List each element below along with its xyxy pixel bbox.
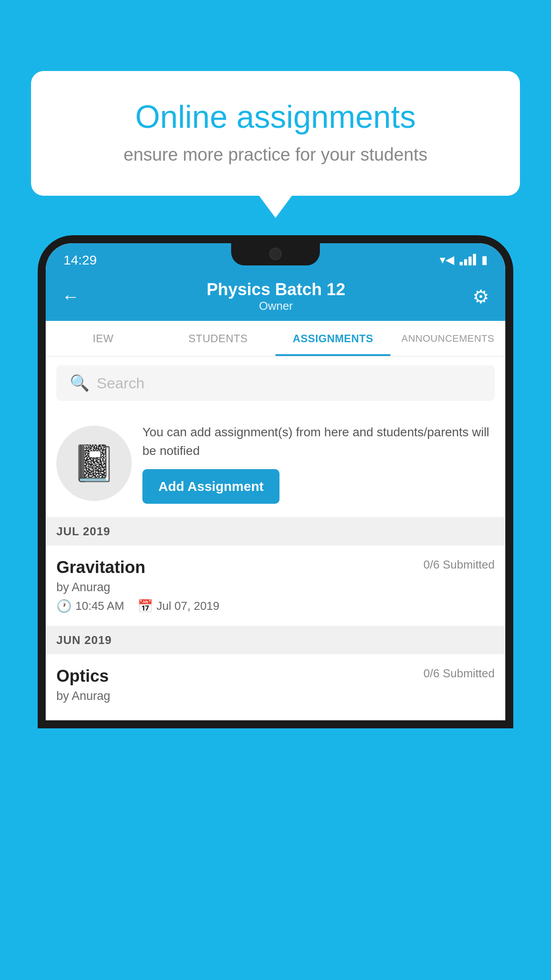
assignment-submitted-optics: 0/6 Submitted	[424, 667, 495, 680]
header-title: Physics Batch 12	[207, 280, 346, 299]
header-center: Physics Batch 12 Owner	[207, 280, 346, 313]
status-time: 14:29	[63, 253, 97, 268]
promo-bubble: Online assignments ensure more practice …	[31, 71, 520, 196]
assignment-time: 🕐 10:45 AM	[56, 599, 124, 613]
phone-screen: 14:29 ▾◀ ▮ ← Physics Batch 12	[46, 243, 505, 720]
settings-icon[interactable]: ⚙	[472, 286, 489, 308]
assignment-submitted: 0/6 Submitted	[424, 558, 495, 572]
header-subtitle: Owner	[207, 299, 346, 313]
phone-device: 14:29 ▾◀ ▮ ← Physics Batch 12	[38, 235, 513, 980]
clock-icon: 🕐	[56, 599, 72, 613]
assignment-name-optics: Optics	[56, 667, 109, 686]
tab-assignments[interactable]: ASSIGNMENTS	[276, 321, 390, 356]
search-placeholder: Search	[97, 375, 145, 392]
section-header-jun: JUN 2019	[46, 626, 505, 654]
bubble-title: Online assignments	[62, 98, 489, 136]
tab-announcements[interactable]: ANNOUNCEMENTS	[390, 321, 505, 356]
search-container: 🔍 Search	[46, 356, 505, 410]
assignment-date: 📅 Jul 07, 2019	[138, 599, 220, 613]
assignment-item-gravitation[interactable]: Gravitation 0/6 Submitted by Anurag 🕐 10…	[46, 545, 505, 626]
notebook-icon: 📓	[72, 443, 116, 484]
wifi-icon: ▾◀	[440, 253, 454, 267]
tab-students[interactable]: STUDENTS	[161, 321, 276, 356]
search-bar[interactable]: 🔍 Search	[56, 365, 495, 401]
signal-icon	[460, 255, 476, 265]
promo-section: 📓 You can add assignment(s) from here an…	[46, 410, 505, 518]
assignment-by-optics: by Anurag	[56, 689, 495, 703]
status-icons: ▾◀ ▮	[440, 253, 488, 267]
bubble-subtitle: ensure more practice for your students	[62, 145, 489, 165]
camera-icon	[269, 248, 282, 260]
battery-icon: ▮	[481, 253, 488, 267]
app-header: ← Physics Batch 12 Owner ⚙	[46, 272, 505, 321]
phone-notch	[231, 243, 320, 265]
assignment-row1: Gravitation 0/6 Submitted	[56, 558, 495, 577]
phone-outer: 14:29 ▾◀ ▮ ← Physics Batch 12	[38, 235, 513, 728]
section-header-jul: JUL 2019	[46, 518, 505, 545]
calendar-icon: 📅	[138, 599, 153, 613]
add-assignment-button[interactable]: Add Assignment	[142, 469, 279, 504]
assignment-row1-optics: Optics 0/6 Submitted	[56, 667, 495, 686]
promo-content: You can add assignment(s) from here and …	[142, 423, 495, 504]
back-button[interactable]: ←	[62, 287, 79, 307]
assignment-name: Gravitation	[56, 558, 146, 577]
speech-bubble: Online assignments ensure more practice …	[31, 71, 520, 196]
tab-iew[interactable]: IEW	[46, 321, 161, 356]
assignment-meta: 🕐 10:45 AM 📅 Jul 07, 2019	[56, 599, 495, 613]
promo-description: You can add assignment(s) from here and …	[142, 423, 495, 460]
assignment-by: by Anurag	[56, 581, 495, 594]
tab-bar: IEW STUDENTS ASSIGNMENTS ANNOUNCEMENTS	[46, 321, 505, 356]
assignment-item-optics[interactable]: Optics 0/6 Submitted by Anurag	[46, 654, 505, 720]
promo-icon-circle: 📓	[56, 426, 132, 501]
search-icon: 🔍	[70, 374, 90, 392]
